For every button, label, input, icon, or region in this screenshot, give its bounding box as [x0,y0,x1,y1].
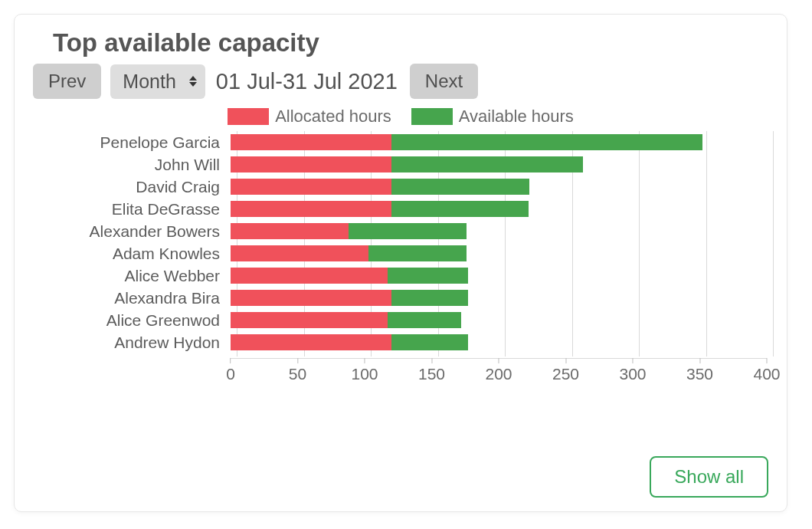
legend-swatch-allocated [228,108,269,125]
chart: Penelope GarciaJohn WillDavid CraigElita… [39,131,768,384]
chart-row: Adam Knowles [39,242,768,264]
date-controls: Prev Month 01 Jul-31 Jul 2021 Next [33,64,768,99]
chart-row: Alice Webber [39,264,768,287]
next-button[interactable]: Next [410,64,478,99]
bar-available [368,245,467,261]
bar-available [391,179,529,195]
chart-row: Penelope Garcia [39,131,768,153]
x-tick: 350 [686,358,713,383]
x-tick: 300 [619,358,646,383]
bar-allocated [231,134,391,150]
bar-allocated [231,245,368,261]
period-select[interactable]: Month [110,64,205,99]
x-tick: 250 [552,358,579,383]
chevron-up-down-icon [188,75,198,87]
x-tick: 400 [753,358,780,383]
chart-row-label: Alexander Bowers [39,222,231,241]
x-axis: 050100150200250300350400 [39,358,768,384]
bar-available [349,223,467,239]
bar-available [391,156,583,172]
bar-available [391,290,468,306]
bar-allocated [231,223,349,239]
bar-available [388,268,468,284]
chart-row: Alexander Bowers [39,220,768,242]
chart-legend: Allocated hours Available hours [33,107,768,127]
bar-allocated [231,290,391,306]
chart-row-label: Elita DeGrasse [39,200,231,219]
bar-allocated [231,201,391,217]
x-tick: 0 [226,358,235,383]
bar-allocated [231,312,388,328]
bar-allocated [231,179,391,195]
bar-available [388,312,461,328]
x-tick: 150 [418,358,445,383]
chart-bars: Penelope GarciaJohn WillDavid CraigElita… [39,131,768,353]
x-tick: 200 [485,358,512,383]
chart-row-label: Alice Webber [39,267,231,285]
x-tick: 100 [351,358,378,383]
chart-row-label: Penelope Garcia [39,133,231,152]
chart-row-label: Alice Greenwod [39,311,231,330]
page-title: Top available capacity [53,28,768,58]
bar-allocated [231,334,391,350]
chart-row-label: Alexandra Bira [39,289,231,307]
legend-label-allocated: Allocated hours [275,107,391,127]
chart-row-label: John Will [39,156,231,174]
capacity-card: Top available capacity Prev Month 01 Jul… [14,14,787,512]
chart-row: John Will [39,153,768,176]
bar-available [391,201,529,217]
card-footer: Show all [650,456,768,498]
chart-row-label: Andrew Hydon [39,334,231,352]
chart-row: David Craig [39,176,768,198]
bar-allocated [231,268,388,284]
chart-row: Andrew Hydon [39,331,768,353]
show-all-button[interactable]: Show all [650,456,768,498]
bar-allocated [231,156,391,172]
date-range-label: 01 Jul-31 Jul 2021 [216,69,398,94]
chart-row-label: Adam Knowles [39,245,231,263]
chart-row-label: David Craig [39,178,231,196]
chart-row: Elita DeGrasse [39,198,768,220]
chart-row: Alexandra Bira [39,287,768,309]
bar-available [391,334,468,350]
prev-button[interactable]: Prev [33,64,101,99]
chart-row: Alice Greenwod [39,309,768,331]
legend-label-available: Available hours [459,107,574,127]
bar-available [391,134,702,150]
x-tick: 50 [289,358,306,383]
legend-swatch-available [411,108,453,125]
period-select-value: Month [123,71,175,93]
